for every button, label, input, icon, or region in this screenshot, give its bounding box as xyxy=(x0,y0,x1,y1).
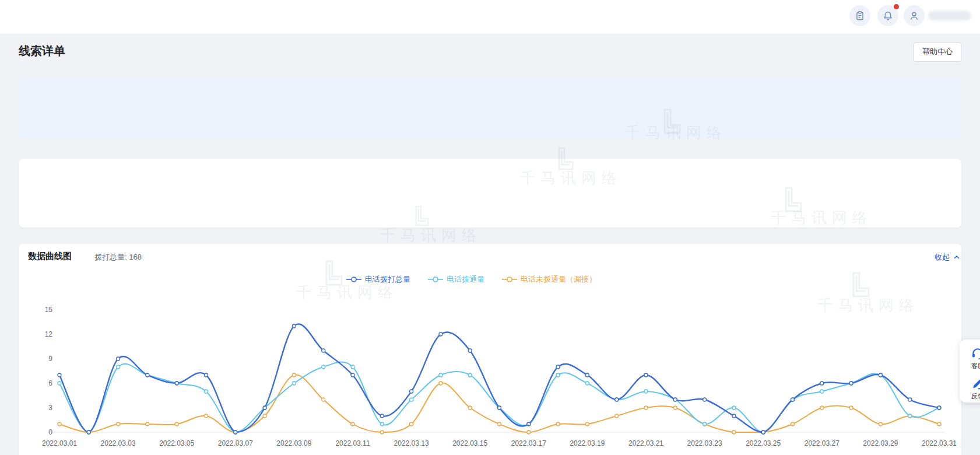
floating-widget: 客服 反馈 xyxy=(960,340,980,402)
svg-text:9: 9 xyxy=(48,355,52,363)
chart-collapse-button[interactable]: 收起 xyxy=(935,252,960,262)
legend-label: 电话未拨通量（漏接） xyxy=(521,274,596,285)
legend-item-total[interactable]: 电话拨打总量 xyxy=(346,274,410,285)
svg-text:2022.03.03: 2022.03.03 xyxy=(101,439,136,447)
svg-text:2022.03.23: 2022.03.23 xyxy=(687,439,722,447)
chart-collapse-label: 收起 xyxy=(935,252,950,262)
legend-marker-icon xyxy=(502,276,517,282)
legend-label: 电话拨通量 xyxy=(447,274,484,285)
svg-text:2022.03.13: 2022.03.13 xyxy=(394,439,429,447)
legend-marker-icon xyxy=(346,276,361,282)
svg-text:2022.03.15: 2022.03.15 xyxy=(452,439,487,447)
page: 线索详单 帮助中心 重要提醒 收起 1. 若您有“线索详单”与“投放报告”不一致… xyxy=(0,0,980,455)
legend-item-missed[interactable]: 电话未拨通量（漏接） xyxy=(502,274,596,285)
svg-text:15: 15 xyxy=(45,306,53,314)
legend-marker-icon xyxy=(428,276,443,282)
svg-text:2022.03.07: 2022.03.07 xyxy=(218,439,253,447)
account-button[interactable] xyxy=(904,5,925,26)
tasks-button[interactable] xyxy=(849,5,870,26)
svg-text:2022.03.09: 2022.03.09 xyxy=(276,439,311,447)
feedback-label: 反馈 xyxy=(971,392,980,401)
svg-text:2022.03.25: 2022.03.25 xyxy=(746,439,781,447)
clipboard-icon xyxy=(855,10,865,21)
svg-text:2022.03.27: 2022.03.27 xyxy=(805,439,840,447)
topbar xyxy=(0,0,980,34)
svg-text:2022.03.21: 2022.03.21 xyxy=(628,439,663,447)
line-chart: 036912152022.03.012022.03.032022.03.0520… xyxy=(23,295,957,452)
legend-label: 电话拨打总量 xyxy=(365,274,410,285)
svg-text:2022.03.29: 2022.03.29 xyxy=(863,439,898,447)
page-title: 线索详单 xyxy=(19,43,65,59)
svg-text:2022.03.01: 2022.03.01 xyxy=(42,439,77,447)
customer-service-button[interactable]: 客服 xyxy=(960,345,980,372)
svg-text:12: 12 xyxy=(45,330,53,338)
svg-text:2022.03.05: 2022.03.05 xyxy=(159,439,194,447)
bell-icon xyxy=(883,10,893,21)
svg-text:6: 6 xyxy=(48,379,52,387)
svg-text:2022.03.17: 2022.03.17 xyxy=(511,439,546,447)
headset-icon xyxy=(971,347,980,360)
svg-text:2022.03.31: 2022.03.31 xyxy=(922,439,957,447)
chevron-up-icon xyxy=(953,254,960,261)
help-center-button[interactable]: 帮助中心 xyxy=(914,42,961,62)
svg-text:0: 0 xyxy=(48,428,52,436)
chart-subtitle: 拨打总量: 168 xyxy=(94,252,142,262)
watermark-text: 千马讯网络 xyxy=(380,225,482,246)
customer-service-label: 客服 xyxy=(971,362,980,370)
filter-panel: 时间 ? 2022-03-01 ~ 2022-03-31 组件类型 ? 电话 流… xyxy=(19,159,961,228)
feedback-button[interactable]: 反馈 xyxy=(960,376,980,402)
chart-title: 数据曲线图 xyxy=(28,251,72,262)
pencil-icon xyxy=(971,377,980,390)
svg-text:2022.03.11: 2022.03.11 xyxy=(335,439,370,447)
legend-item-connected[interactable]: 电话拨通量 xyxy=(428,274,484,285)
svg-text:2022.03.19: 2022.03.19 xyxy=(570,439,605,447)
chart-legend: 电话拨打总量 电话拨通量 电话未拨通量（漏接） xyxy=(0,274,943,285)
username-redacted xyxy=(928,11,971,20)
user-icon xyxy=(909,10,919,21)
notification-badge xyxy=(894,4,899,9)
svg-text:3: 3 xyxy=(48,404,52,412)
notice-box: 重要提醒 收起 1. 若您有“线索详单”与“投放报告”不一致的疑问，请查看原因详… xyxy=(19,78,961,139)
